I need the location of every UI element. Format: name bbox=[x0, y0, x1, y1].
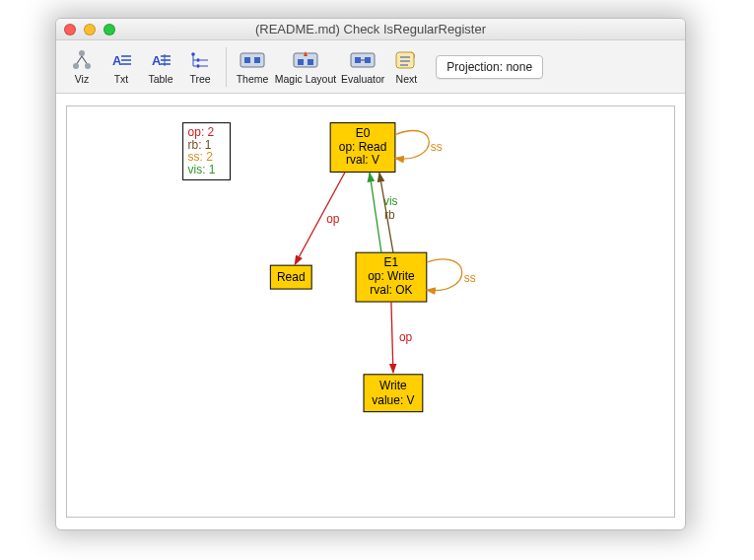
edge-e1-write-label: op bbox=[399, 330, 413, 344]
viz-button[interactable]: Viz bbox=[62, 46, 102, 87]
svg-text:rval: V: rval: V bbox=[346, 153, 379, 167]
node-write[interactable]: Write value: V bbox=[364, 375, 423, 412]
app-window: (README.md) Check IsRegularRegister Viz bbox=[55, 18, 686, 530]
svg-rect-26 bbox=[298, 59, 304, 65]
minimize-icon[interactable] bbox=[84, 24, 96, 35]
svg-text:value: V: value: V bbox=[372, 393, 414, 407]
next-icon bbox=[392, 48, 420, 72]
zoom-icon[interactable] bbox=[103, 24, 115, 35]
svg-text:Read: Read bbox=[277, 270, 306, 284]
legend-box: op: 2 rb: 1 ss: 2 vis: 1 bbox=[183, 123, 231, 180]
svg-point-0 bbox=[79, 50, 85, 56]
txt-label: Txt bbox=[114, 74, 129, 85]
edge-e1-e0-rb-label: rb bbox=[384, 208, 395, 222]
window-title: (README.md) Check IsRegularRegister bbox=[255, 22, 486, 36]
projection-label: Projection: none bbox=[446, 60, 532, 74]
next-button[interactable]: Next bbox=[386, 46, 426, 87]
tree-label: Tree bbox=[189, 74, 210, 85]
node-e0[interactable]: E0 op: Read rval: V bbox=[330, 123, 395, 173]
evaluator-label: Evaluator bbox=[341, 74, 384, 85]
theme-label: Theme bbox=[237, 74, 269, 85]
edge-e0-ss bbox=[395, 131, 429, 159]
svg-text:E0: E0 bbox=[356, 126, 371, 140]
tree-icon bbox=[186, 48, 214, 72]
viz-icon bbox=[68, 48, 96, 72]
svg-point-3 bbox=[73, 63, 79, 69]
next-label: Next bbox=[396, 74, 418, 85]
svg-point-4 bbox=[85, 63, 91, 69]
table-icon: A bbox=[147, 48, 174, 72]
toolbar-separator bbox=[226, 47, 227, 87]
evaluator-icon bbox=[349, 48, 377, 72]
legend-vis: vis: 1 bbox=[188, 163, 216, 176]
svg-rect-30 bbox=[355, 57, 361, 63]
svg-rect-23 bbox=[244, 57, 250, 63]
svg-rect-24 bbox=[254, 57, 260, 63]
graph-canvas[interactable]: op: 2 rb: 1 ss: 2 vis: 1 E0 op: Read rva… bbox=[66, 105, 675, 518]
svg-rect-27 bbox=[308, 59, 313, 65]
edge-e1-write bbox=[391, 302, 393, 373]
edge-e1-e0-vis bbox=[370, 173, 381, 252]
table-button[interactable]: A Table bbox=[141, 46, 180, 87]
edge-e1-ss bbox=[427, 259, 462, 291]
projection-button[interactable]: Projection: none bbox=[436, 55, 543, 79]
svg-point-16 bbox=[196, 64, 200, 68]
theme-button[interactable]: Theme bbox=[233, 46, 272, 87]
close-icon[interactable] bbox=[64, 24, 76, 35]
window-controls bbox=[64, 24, 115, 35]
viz-label: Viz bbox=[75, 74, 89, 85]
svg-rect-22 bbox=[240, 53, 264, 67]
magic-layout-icon bbox=[292, 48, 319, 72]
titlebar: (README.md) Check IsRegularRegister bbox=[56, 19, 685, 40]
svg-text:E1: E1 bbox=[384, 255, 399, 269]
evaluator-button[interactable]: Evaluator bbox=[339, 46, 386, 87]
edge-e1-ss-label: ss bbox=[464, 271, 476, 285]
theme-icon bbox=[239, 48, 266, 72]
svg-text:A: A bbox=[152, 53, 162, 68]
txt-icon: A bbox=[107, 48, 135, 72]
svg-text:rval: OK: rval: OK bbox=[370, 283, 412, 297]
txt-button[interactable]: A Txt bbox=[102, 46, 141, 87]
magic-layout-label: Magic Layout bbox=[275, 74, 336, 85]
magic-layout-button[interactable]: Magic Layout bbox=[272, 46, 339, 87]
edge-e0-ss-label: ss bbox=[431, 140, 443, 154]
svg-rect-31 bbox=[365, 57, 371, 63]
node-e1[interactable]: E1 op: Write rval: OK bbox=[356, 252, 427, 302]
svg-text:op: Write: op: Write bbox=[368, 269, 415, 283]
toolbar: Viz A Txt A bbox=[56, 40, 685, 94]
legend-op: op: 2 bbox=[188, 125, 215, 139]
svg-point-15 bbox=[196, 58, 200, 62]
node-read[interactable]: Read bbox=[270, 265, 311, 289]
svg-text:Write: Write bbox=[379, 379, 407, 392]
svg-text:A: A bbox=[112, 53, 122, 68]
edge-e0-read-label: op bbox=[326, 212, 340, 226]
table-label: Table bbox=[148, 74, 172, 85]
tree-button[interactable]: Tree bbox=[180, 46, 220, 87]
svg-text:op: Read: op: Read bbox=[339, 140, 387, 154]
legend-rb: rb: 1 bbox=[188, 138, 212, 152]
legend-ss: ss: 2 bbox=[188, 150, 214, 164]
